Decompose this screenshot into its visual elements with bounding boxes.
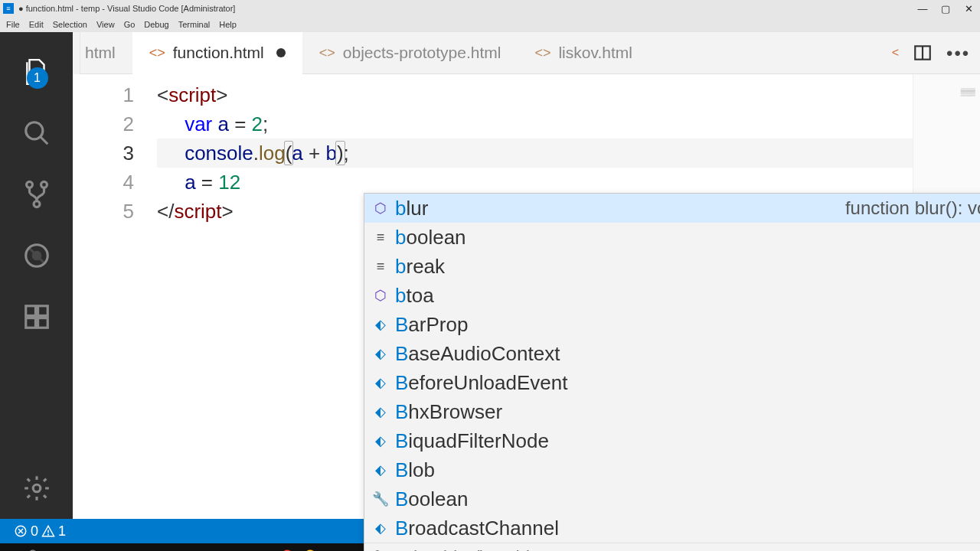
cube-icon: ⬡	[372, 287, 389, 304]
window-title: ● function.html - temp - Visual Studio C…	[17, 4, 911, 13]
taskbar-app[interactable]: ◈	[115, 543, 138, 551]
html-file-icon: <>	[319, 45, 335, 61]
svg-point-2	[26, 181, 32, 187]
taskbar-app[interactable]: ◆	[253, 543, 276, 551]
activity-search[interactable]	[18, 103, 56, 164]
svg-rect-6	[25, 306, 35, 316]
tab-function-html[interactable]: <> function.html	[132, 32, 302, 74]
suggest-label: btoa	[395, 284, 434, 308]
suggest-label: BhxBrowser	[395, 400, 502, 424]
menu-edit[interactable]: Edit	[24, 20, 48, 29]
activity-debug[interactable]	[18, 225, 56, 286]
suggest-item[interactable]: ⬖Blob	[364, 455, 980, 484]
suggest-label: break	[395, 255, 445, 279]
suggest-label: BeforeUnloadEvent	[395, 371, 567, 395]
start-button[interactable]: ⊞	[0, 543, 23, 551]
suggest-item[interactable]: ⬖BeforeUnloadEvent	[364, 368, 980, 397]
svg-point-0	[25, 122, 42, 139]
maximize-button[interactable]: ▢	[934, 0, 957, 17]
svg-point-3	[41, 181, 47, 187]
tab-html[interactable]: html	[80, 32, 132, 74]
taskbar-app[interactable]: ✈	[322, 543, 345, 551]
tab-objects-prototype[interactable]: <> objects-prototype.html	[302, 32, 518, 74]
menubar: File Edit Selection View Go Debug Termin…	[0, 17, 980, 32]
vscode-icon: ≡	[3, 3, 14, 14]
svg-point-4	[34, 201, 40, 207]
taskbar-app[interactable]: ▤	[230, 543, 253, 551]
close-button[interactable]: ✕	[957, 0, 980, 17]
menu-help[interactable]: Help	[214, 20, 241, 29]
editor-area: html <> function.html <> objects-prototy…	[73, 32, 980, 519]
cube-icon: ⬡	[372, 200, 389, 217]
more-actions-icon[interactable]: •••	[946, 43, 966, 63]
suggest-label: BaseAudioContext	[395, 342, 560, 366]
line-number-gutter: 1 2 3 4 5	[73, 74, 157, 519]
svg-rect-7	[38, 306, 47, 316]
iface-icon: ⬖	[372, 403, 389, 420]
suggest-item[interactable]: ≡break	[364, 252, 980, 281]
suggest-item[interactable]: ⬡blurfunction blur(): void	[364, 194, 980, 223]
suggest-item[interactable]: ⬖BaseAudioContext	[364, 339, 980, 368]
menu-file[interactable]: File	[2, 20, 24, 29]
svg-rect-8	[25, 318, 35, 328]
suggest-item[interactable]: ⬡btoa	[364, 281, 980, 310]
intellisense-popup: ⬡blurfunction blur(): void≡boolean≡break…	[364, 193, 980, 551]
iface-icon: ⬖	[372, 520, 389, 536]
svg-point-10	[33, 484, 41, 492]
svg-line-1	[40, 137, 47, 145]
suggest-label: blur	[395, 197, 428, 220]
html-file-icon: <	[892, 46, 899, 60]
activity-settings[interactable]	[18, 458, 56, 519]
taskbar-chrome-icon[interactable]: 🟡	[299, 543, 322, 551]
tab-liskov[interactable]: <> liskov.html	[518, 32, 649, 74]
titlebar: ≡ ● function.html - temp - Visual Studio…	[0, 0, 980, 17]
activity-extensions[interactable]	[18, 286, 56, 347]
iface-icon: ⬖	[372, 432, 389, 449]
taskbar-app[interactable]: ⬤	[138, 543, 161, 551]
suggest-item[interactable]: ≡boolean	[364, 223, 980, 252]
keyword-icon: ≡	[372, 259, 389, 275]
suggest-doc: function blur(): void ×	[364, 543, 980, 551]
suggest-item[interactable]: ⬖BiquadFilterNode	[364, 426, 980, 455]
task-search-icon[interactable]: 🔍	[23, 543, 46, 551]
minimize-button[interactable]: —	[911, 0, 934, 17]
status-problems[interactable]: 0 1	[9, 523, 70, 540]
activity-scm[interactable]	[18, 164, 56, 225]
suggest-item[interactable]: ⬖BhxBrowser	[364, 397, 980, 426]
tab-bar: html <> function.html <> objects-prototy…	[73, 32, 980, 74]
taskbar-app[interactable]: ■	[92, 543, 115, 551]
taskbar-app[interactable]: ▦	[184, 543, 207, 551]
suggest-detail: function blur(): void	[845, 197, 980, 219]
menu-selection[interactable]: Selection	[48, 20, 92, 29]
iface-icon: ⬖	[372, 316, 389, 333]
taskbar-app[interactable]: 🔴	[276, 543, 299, 551]
activity-explorer[interactable]: 1	[18, 41, 56, 103]
svg-rect-9	[38, 318, 47, 328]
menu-go[interactable]: Go	[119, 20, 140, 29]
menu-debug[interactable]: Debug	[139, 20, 173, 29]
split-editor-icon[interactable]	[913, 43, 933, 63]
file-explorer-icon[interactable]: 📁	[69, 543, 92, 551]
menu-view[interactable]: View	[92, 20, 119, 29]
iface-icon: ⬖	[372, 374, 389, 391]
suggest-label: BiquadFilterNode	[395, 429, 549, 453]
keyword-icon: ≡	[372, 230, 389, 246]
taskbar-app[interactable]: ◉	[207, 543, 230, 551]
suggest-item[interactable]: ⬖BroadcastChannel	[364, 514, 980, 543]
wrench-icon: 🔧	[372, 491, 389, 507]
suggest-label: Boolean	[395, 487, 468, 511]
dirty-indicator-icon	[276, 48, 286, 57]
html-file-icon: <>	[534, 45, 550, 61]
menu-terminal[interactable]: Terminal	[174, 20, 215, 29]
iface-icon: ⬖	[372, 345, 389, 362]
suggest-label: BroadcastChannel	[395, 517, 559, 540]
explorer-badge: 1	[27, 67, 48, 89]
task-view-icon[interactable]: ▭	[46, 543, 69, 551]
taskbar-app[interactable]: ▣	[161, 543, 184, 551]
activity-bar: 1	[0, 32, 73, 519]
iface-icon: ⬖	[372, 461, 389, 478]
html-file-icon: <>	[149, 45, 165, 61]
suggest-item[interactable]: ⬖BarProp	[364, 310, 980, 339]
suggest-label: Blob	[395, 458, 435, 482]
suggest-item[interactable]: 🔧Boolean	[364, 484, 980, 514]
